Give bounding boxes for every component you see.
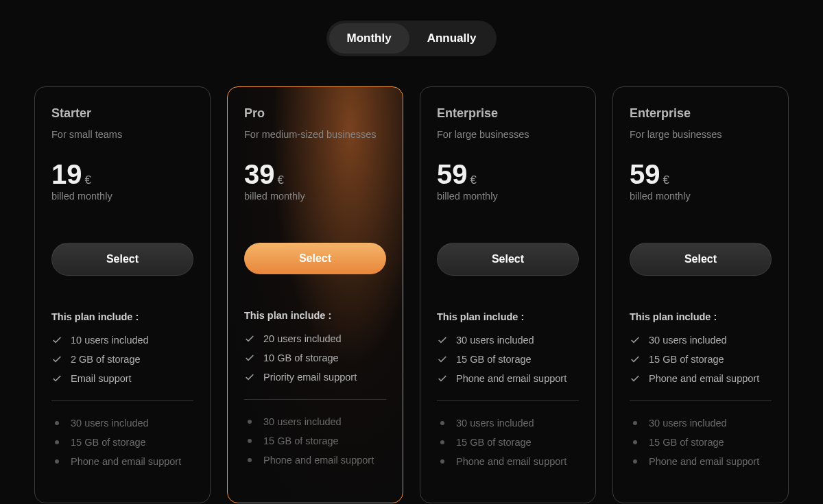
unavailable-feature-label: Phone and email support: [263, 455, 374, 466]
price-row: 19€: [51, 160, 193, 188]
divider: [630, 400, 772, 401]
feature-item: 10 users included: [51, 335, 193, 346]
unavailable-feature-item: Phone and email support: [51, 456, 193, 467]
feature-list: 30 users included15 GB of storagePhone a…: [630, 335, 772, 384]
check-icon: [244, 352, 255, 363]
pricing-card: ProFor medium-sized businesses39€billed …: [227, 86, 403, 503]
unavailable-feature-item: Phone and email support: [437, 456, 579, 467]
dot-icon: [440, 421, 444, 425]
divider: [437, 400, 579, 401]
plan-billing: billed monthly: [630, 191, 772, 202]
plan-name: Enterprise: [437, 106, 579, 121]
plan-billing: billed monthly: [244, 191, 386, 202]
dot-icon: [248, 420, 252, 424]
dot-icon: [633, 440, 637, 444]
select-button[interactable]: Select: [630, 243, 772, 276]
check-icon: [630, 373, 641, 384]
unavailable-feature-item: Phone and email support: [630, 456, 772, 467]
check-icon: [244, 372, 255, 383]
unavailable-feature-label: Phone and email support: [456, 456, 566, 467]
features-section-title: This plan include :: [437, 311, 579, 322]
feature-label: 10 GB of storage: [263, 352, 339, 363]
unavailable-feature-list: 30 users included15 GB of storagePhone a…: [630, 418, 772, 467]
feature-label: 20 users included: [263, 333, 342, 344]
plan-name: Pro: [244, 106, 386, 121]
feature-item: Email support: [51, 373, 193, 384]
feature-label: Email support: [71, 373, 132, 384]
unavailable-feature-item: 30 users included: [437, 418, 579, 429]
unavailable-feature-label: Phone and email support: [71, 456, 181, 467]
features-section-title: This plan include :: [630, 311, 772, 322]
check-icon: [51, 373, 62, 384]
dot-icon: [248, 439, 252, 443]
unavailable-feature-label: Phone and email support: [649, 456, 759, 467]
plan-description: For small teams: [51, 129, 193, 140]
pricing-card: StarterFor small teams19€billed monthlyS…: [34, 86, 211, 503]
check-icon: [437, 373, 448, 384]
dot-icon: [440, 459, 444, 464]
feature-item: 2 GB of storage: [51, 354, 193, 365]
unavailable-feature-label: 30 users included: [263, 416, 342, 427]
feature-label: 30 users included: [649, 335, 727, 346]
plan-currency: €: [278, 173, 284, 187]
feature-list: 10 users included2 GB of storageEmail su…: [51, 335, 193, 384]
unavailable-feature-item: 30 users included: [630, 418, 772, 429]
feature-item: 15 GB of storage: [437, 354, 579, 365]
feature-item: 20 users included: [244, 333, 386, 344]
pricing-card: EnterpriseFor large businesses59€billed …: [612, 86, 789, 503]
divider: [244, 399, 386, 400]
price-row: 59€: [630, 160, 772, 188]
unavailable-feature-list: 30 users included15 GB of storagePhone a…: [437, 418, 579, 467]
price-row: 39€: [244, 160, 386, 188]
plan-price: 39: [244, 160, 275, 188]
check-icon: [630, 354, 641, 365]
unavailable-feature-item: Phone and email support: [244, 455, 386, 466]
plan-billing: billed monthly: [437, 191, 579, 202]
unavailable-feature-label: 30 users included: [649, 418, 727, 429]
feature-label: 2 GB of storage: [71, 354, 141, 365]
dot-icon: [440, 440, 444, 444]
unavailable-feature-label: 15 GB of storage: [649, 437, 724, 448]
plan-description: For medium-sized businesses: [244, 129, 386, 140]
unavailable-feature-item: 15 GB of storage: [437, 437, 579, 448]
select-button[interactable]: Select: [437, 243, 579, 276]
dot-icon: [55, 421, 59, 425]
unavailable-feature-item: 15 GB of storage: [51, 437, 193, 448]
plan-price: 59: [630, 160, 660, 188]
unavailable-feature-item: 30 users included: [51, 418, 193, 429]
feature-label: 15 GB of storage: [649, 354, 724, 365]
plan-billing: billed monthly: [51, 191, 193, 202]
unavailable-feature-list: 30 users included15 GB of storagePhone a…: [51, 418, 193, 467]
unavailable-feature-list: 30 users included15 GB of storagePhone a…: [244, 416, 386, 466]
feature-list: 20 users included10 GB of storagePriorit…: [244, 333, 386, 383]
check-icon: [437, 335, 448, 346]
select-button[interactable]: Select: [244, 243, 386, 274]
feature-label: Priority email support: [263, 372, 357, 383]
toggle-annually-button[interactable]: Annually: [409, 23, 494, 53]
plan-description: For large businesses: [630, 129, 772, 140]
select-button[interactable]: Select: [51, 243, 193, 276]
billing-toggle: Monthly Annually: [326, 21, 497, 56]
divider: [51, 400, 193, 401]
unavailable-feature-item: 15 GB of storage: [630, 437, 772, 448]
feature-label: Phone and email support: [456, 373, 566, 384]
check-icon: [51, 335, 62, 346]
feature-item: 15 GB of storage: [630, 354, 772, 365]
feature-item: 30 users included: [437, 335, 579, 346]
pricing-card: EnterpriseFor large businesses59€billed …: [420, 86, 596, 503]
plan-currency: €: [663, 173, 669, 187]
toggle-monthly-button[interactable]: Monthly: [329, 23, 409, 53]
dot-icon: [633, 459, 637, 464]
plan-price: 19: [51, 160, 82, 188]
dot-icon: [55, 459, 59, 464]
unavailable-feature-label: 30 users included: [456, 418, 534, 429]
unavailable-feature-label: 15 GB of storage: [456, 437, 532, 448]
plan-name: Enterprise: [630, 106, 772, 121]
unavailable-feature-label: 15 GB of storage: [71, 437, 146, 448]
check-icon: [437, 354, 448, 365]
check-icon: [630, 335, 641, 346]
feature-item: Phone and email support: [437, 373, 579, 384]
feature-item: Priority email support: [244, 372, 386, 383]
dot-icon: [248, 458, 252, 462]
plan-price: 59: [437, 160, 468, 188]
